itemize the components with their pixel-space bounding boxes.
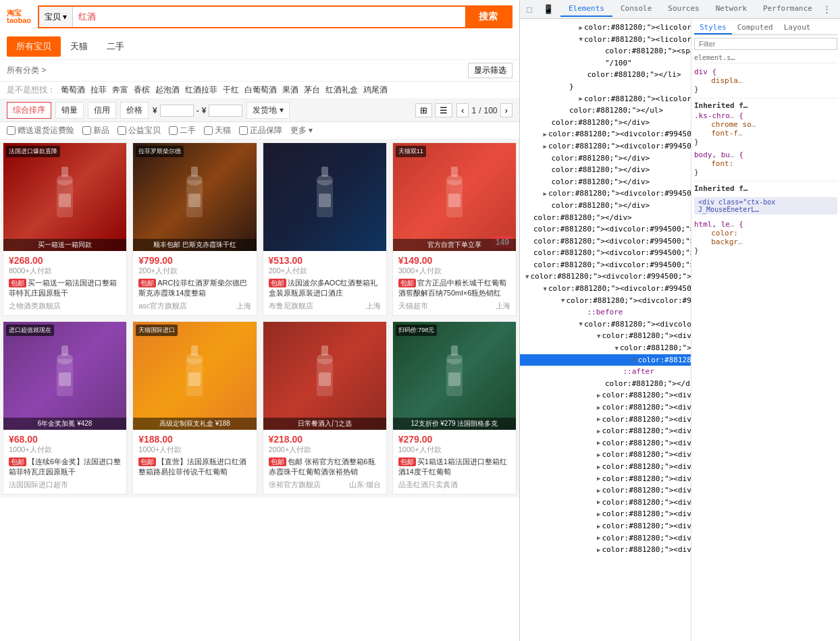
sort-comprehensive[interactable]: 综合排序: [7, 102, 51, 119]
product-card[interactable]: 进口超值就现在 6年金奖加冕 ¥428 ¥68.00 1000+人付款 包邮【连…: [3, 321, 127, 495]
tree-line[interactable]: color:#881280;"><div color:#994500;">cla…: [520, 425, 691, 437]
styles-filter-input[interactable]: [694, 38, 837, 50]
device-toolbar-icon[interactable]: 📱: [542, 3, 555, 16]
tree-triangle[interactable]: [579, 23, 582, 32]
tree-line[interactable]: color:#881280;"><div color:#994500;">cla…: [520, 140, 691, 152]
tree-line[interactable]: color:#881280;"><div color:#994500;">cla…: [520, 520, 691, 532]
tree-triangle[interactable]: [525, 236, 532, 246]
origin-filter[interactable]: 发货地 ▾: [246, 102, 289, 119]
tree-line[interactable]: color:#881280;"><div color:#994500;">cla…: [520, 188, 691, 200]
tree-triangle[interactable]: [597, 426, 600, 436]
tree-line[interactable]: color:#881280;"><div color:#994500;">cla…: [520, 389, 691, 401]
tree-triangle[interactable]: [561, 296, 565, 305]
checkbox-new[interactable]: 新品: [82, 125, 109, 136]
sort-sales[interactable]: 销量: [55, 102, 84, 119]
tree-line[interactable]: ::after: [520, 366, 691, 378]
checkbox-charity[interactable]: 公益宝贝: [117, 125, 161, 136]
tree-triangle[interactable]: [597, 438, 600, 447]
settings-icon[interactable]: ⋮: [820, 3, 834, 16]
tree-triangle[interactable]: [597, 486, 600, 495]
product-card[interactable]: 日常餐酒入门之选 ¥218.00 2000+人付款 包邮包邮 张裕官方红酒整箱6…: [263, 321, 387, 495]
tree-line[interactable]: color:#881280;"><div color:#994500;">cla…: [520, 318, 691, 331]
tree-line[interactable]: color:#881280;"><div color:#994500;">id=…: [520, 223, 691, 235]
tree-triangle[interactable]: [579, 70, 585, 80]
tree-triangle[interactable]: [597, 403, 600, 412]
sort-price[interactable]: 价格: [120, 102, 149, 119]
tree-line[interactable]: color:#881280;"></div>: [520, 152, 691, 165]
tree-triangle[interactable]: [579, 319, 582, 329]
styles-tab-styles[interactable]: Styles: [694, 22, 732, 34]
tree-triangle[interactable]: [597, 533, 600, 542]
tree-triangle[interactable]: [525, 260, 532, 269]
tree-line[interactable]: }: [520, 81, 691, 93]
tree-line[interactable]: ::before: [520, 306, 691, 318]
tree-line[interactable]: color:#881280;"><div color:#994500;">cla…: [520, 330, 691, 342]
tree-triangle[interactable]: [525, 225, 532, 234]
tree-line[interactable]: color:#881280;"><div color:#994500;">cla…: [520, 473, 691, 485]
tag-奔富[interactable]: 奔富: [112, 84, 128, 96]
tree-line[interactable]: color:#881280;"><div color:#994500;">id=…: [520, 247, 691, 259]
search-category-dropdown[interactable]: 宝贝 ▾: [39, 7, 73, 27]
tree-line[interactable]: color:#881280;"><div color:#994500;">cla…: [520, 508, 691, 520]
tree-line[interactable]: color:#881280;"></div>: [520, 378, 691, 390]
tree-triangle[interactable]: [597, 47, 604, 56]
tree-triangle[interactable]: [544, 153, 550, 163]
tree-line[interactable]: color:#881280;"><div color:#994500;">cla…: [520, 128, 691, 140]
tag-拉菲[interactable]: 拉菲: [90, 84, 107, 96]
tree-triangle[interactable]: [579, 94, 582, 103]
tree-line[interactable]: color:#881280;"></li>: [520, 69, 691, 81]
tree-triangle[interactable]: [544, 117, 550, 127]
checkbox-authentic[interactable]: 正品保障: [239, 125, 282, 136]
next-page-button[interactable]: ›: [500, 103, 513, 117]
tree-line[interactable]: color:#881280;"><div color:#994500;">cla…: [520, 449, 691, 461]
tree-triangle[interactable]: [597, 522, 600, 531]
tree-triangle[interactable]: [525, 248, 532, 258]
tree-triangle[interactable]: [597, 462, 600, 472]
tree-triangle[interactable]: [525, 272, 529, 281]
tree-triangle[interactable]: [544, 189, 547, 198]
tab-sources[interactable]: Sources: [660, 1, 707, 17]
prev-page-button[interactable]: ‹: [456, 103, 469, 117]
styles-tab-layout[interactable]: Layout: [779, 22, 816, 34]
tree-line[interactable]: color:#881280;"><li color:#994500;">clas…: [520, 34, 691, 46]
product-card[interactable]: ¥513.00 200+人付款 包邮法国波尔多AOC红酒整箱礼盒装原瓶原装进口酒…: [263, 142, 387, 316]
checkbox-tmall[interactable]: 天猫: [204, 125, 231, 136]
product-card[interactable]: 法国进口爆款直降 买一箱送一箱同款 ¥268.00 8000+人付款 包邮买一箱…: [3, 142, 127, 316]
tree-line[interactable]: color:#881280;"><li color:#994500;">clas…: [520, 93, 691, 105]
tree-line[interactable]: color:#881280;"><div color:#994500;">cla…: [520, 401, 691, 414]
product-card[interactable]: 拉菲罗斯柴尔德 顺丰包邮 巴斯克赤霞珠干红 ¥799.00 200+人付款 包邮…: [132, 142, 257, 316]
tree-triangle[interactable]: [597, 474, 600, 483]
tree-triangle[interactable]: [597, 331, 600, 341]
tree-triangle[interactable]: [597, 545, 600, 555]
tree-line[interactable]: color:#881280;"><div color:#994500;">id=…: [520, 259, 691, 271]
tree-line[interactable]: color:#881280;"><div color:#994500;">cla…: [520, 437, 691, 449]
tree-line[interactable]: color:#881280;"><div color:#994500;">cla…: [520, 342, 691, 354]
tree-line[interactable]: "/100": [520, 57, 691, 69]
nav-item-all[interactable]: 所有宝贝: [7, 36, 61, 57]
tree-line[interactable]: color:#881280;"><div color:#994500;">id=…: [520, 235, 691, 248]
tag-果酒[interactable]: 果酒: [282, 84, 298, 96]
more-filters-button[interactable]: 更多 ▾: [290, 125, 313, 136]
tree-triangle[interactable]: [579, 34, 582, 44]
tree-line[interactable]: color:#881280;"><div color:#994500;">cla…: [520, 544, 691, 556]
tree-triangle[interactable]: [561, 82, 568, 92]
tree-line[interactable]: color:#881280;"><div color:#994500;">id=…: [520, 271, 691, 283]
checkbox-secondhand[interactable]: 二手: [169, 125, 196, 136]
tree-triangle[interactable]: [544, 177, 550, 186]
show-filter-button[interactable]: 显示筛选: [468, 63, 513, 78]
tree-triangle[interactable]: [561, 106, 568, 115]
tree-line[interactable]: color:#881280;"><div color:#994500;">cla…: [520, 414, 691, 426]
product-card[interactable]: 天猫双11 149 官方自营下单立享 ¥149.00 3000+人付款 包邮官方…: [392, 142, 517, 316]
nav-item-secondhand[interactable]: 二手: [97, 36, 134, 57]
tree-triangle[interactable]: [597, 497, 600, 507]
tree-triangle[interactable]: [544, 142, 547, 151]
product-card[interactable]: 天猫国际进口 高级定制双支礼盒 ¥188 ¥188.00 1000+人付款 包邮…: [132, 321, 257, 495]
tree-triangle[interactable]: [544, 165, 550, 175]
tree-triangle[interactable]: [544, 284, 547, 294]
tree-line[interactable]: color:#881280;"><div color:#994500;">cla…: [520, 532, 691, 545]
tree-line[interactable]: color:#881280;"></div>: [520, 164, 691, 176]
tag-茅台[interactable]: 茅台: [304, 84, 320, 96]
tag-起泡酒[interactable]: 起泡酒: [155, 84, 180, 96]
tree-line[interactable]: color:#881280;"><div color:#994500;">cla…: [520, 497, 691, 509]
tree-line[interactable]: color:#881280;"></div>: [520, 176, 691, 188]
